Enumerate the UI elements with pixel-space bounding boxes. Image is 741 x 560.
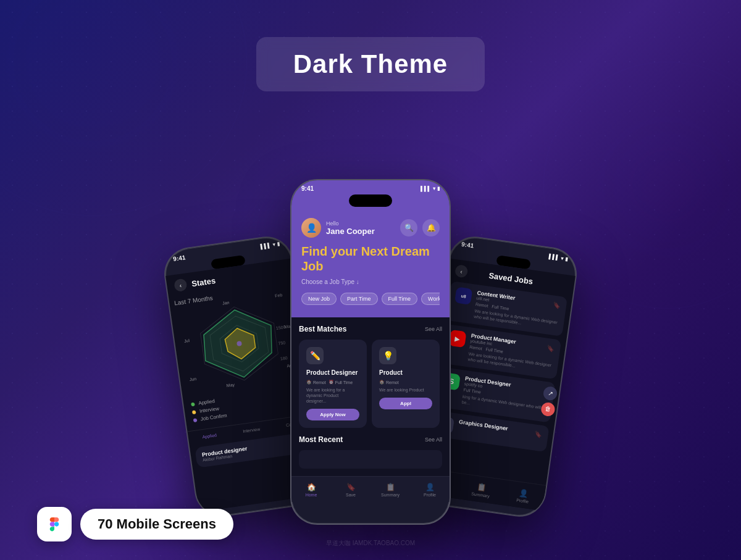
bookmark-4[interactable]: 🔖: [534, 430, 542, 438]
signal-icon-c: ▌▌▌: [421, 186, 431, 191]
job-card-2[interactable]: 💡 Product 🏠 Remot We are looking Product…: [372, 340, 440, 428]
saved-job-1-info: Content Writer ui8.net Remot Full Time W…: [474, 290, 561, 331]
job-type-1: 🏠 Remot: [306, 380, 326, 385]
center-top-section: 👤 Hello Jane Cooper 🔍 🔔 Find your Next D…: [291, 208, 450, 317]
job-card-1[interactable]: ✏️ Product Designer 🏠 Remot ⏰ Full Time …: [299, 340, 367, 428]
remot-icon-2: 🏠: [379, 380, 385, 385]
right-nav-profile[interactable]: 👤 Profile: [501, 483, 545, 508]
tab-interview-label: Interview: [243, 427, 261, 433]
user-avatar: 👤: [301, 218, 321, 238]
wifi-icon: ▾: [272, 242, 275, 248]
most-recent-section: Most Recent See All: [299, 435, 442, 469]
saved-job-4-top: GD Graphics Designer: [437, 416, 543, 446]
tab-applied-label: Applied: [202, 433, 217, 439]
right-nav-profile-label: Profile: [516, 498, 529, 504]
chip-part-time[interactable]: Part Time: [340, 293, 378, 305]
see-all-recent[interactable]: See All: [425, 437, 442, 443]
user-row: 👤 Hello Jane Cooper 🔍 🔔: [301, 218, 440, 238]
nav-save[interactable]: 🔖 Save: [331, 480, 371, 499]
chip-new-job[interactable]: New Job: [301, 293, 337, 305]
search-button[interactable]: 🔍: [400, 219, 417, 236]
phones-container: 9:41 ▌▌▌ ▾ ▮ ‹ States Last 7 Months Jan …: [93, 105, 648, 525]
header-icons: 🔍 🔔: [400, 219, 440, 236]
right-nav-summary[interactable]: 📋 Summary: [459, 478, 503, 503]
chip-full-time[interactable]: Full Time: [382, 293, 418, 305]
job-type-2: 🏠 Remot: [379, 380, 399, 385]
signal-icon-r: ▌▌▌: [548, 254, 559, 261]
battery-icon: ▮: [277, 241, 280, 247]
saved-job-3-info: Product Designer spotify co Full Time ki…: [461, 375, 548, 417]
user-info: 👤 Hello Jane Cooper: [301, 218, 375, 238]
bottom-badge: 70 Mobile Screens: [37, 507, 233, 541]
job-card-1-desc: We are looking for a dynamic Product des…: [306, 387, 359, 404]
left-header-title: States: [191, 275, 216, 288]
saved-job-2-top: ▶ Product Manager youtube inc Remot Full…: [446, 330, 555, 374]
save-icon: 🔖: [346, 483, 356, 491]
legend-label-applied: Applied: [198, 398, 216, 406]
job-card-1-title: Product Designer: [306, 369, 359, 376]
saved-job-2-info: Product Manager youtube inc Remot Full T…: [467, 333, 555, 374]
most-recent-title: Most Recent: [299, 435, 343, 444]
job2-type: Remot: [469, 345, 482, 351]
chip-work[interactable]: Work: [421, 293, 440, 305]
back-button[interactable]: ‹: [174, 278, 188, 293]
job-card-1-meta: 🏠 Remot ⏰ Full Time: [306, 380, 359, 385]
right-summary-icon: 📋: [476, 482, 487, 492]
company-letter-2: ▶: [454, 335, 460, 343]
tab-applied[interactable]: Applied: [188, 428, 231, 443]
center-body: Best Matches See All ✏️ Product Designer…: [291, 317, 450, 476]
nav-profile-label: Profile: [424, 493, 436, 497]
nav-summary-label: Summary: [381, 493, 400, 497]
title-container: Dark Theme: [256, 37, 485, 91]
badge-label: 70 Mobile Screens: [80, 509, 233, 540]
left-status-icons: ▌▌▌ ▾ ▮: [260, 241, 280, 249]
nav-profile[interactable]: 👤 Profile: [410, 480, 450, 499]
clock-icon-1: ⏰: [329, 380, 334, 385]
user-name: Jane Cooper: [326, 227, 375, 236]
job-cards: ✏️ Product Designer 🏠 Remot ⏰ Full Time …: [299, 340, 442, 428]
wifi-icon-r: ▾: [561, 256, 564, 261]
home-icon: 🏠: [307, 483, 316, 491]
job-card-1-icon: ✏️: [306, 347, 324, 364]
apply-btn-1[interactable]: Apply Now: [306, 409, 359, 420]
company-letter-1: u8: [461, 293, 466, 298]
saved-job-3-top: S Product Designer spotify co Full Time …: [440, 372, 548, 416]
phone-center: 9:41 ▌▌▌ ▾ ▮ 👤 Hello Jane Cooper: [290, 179, 451, 525]
recent-row-1: [299, 450, 442, 469]
best-matches-title: Best Matches: [299, 325, 346, 333]
legend-label-confirm: Job Confirm: [200, 412, 227, 422]
battery-icon-c: ▮: [437, 186, 440, 191]
filter-chips: New Job Part Time Full Time Work: [301, 293, 440, 305]
right-header-spacer: [555, 284, 567, 286]
watermark: 早道大咖 IAMDK.TAOBAO.COM: [326, 539, 415, 548]
right-status-icons: ▌▌▌ ▾ ▮: [548, 254, 568, 262]
notification-button[interactable]: 🔔: [422, 219, 440, 236]
tab-interview[interactable]: Interview: [230, 422, 273, 437]
bookmark-2[interactable]: 🔖: [546, 345, 555, 353]
see-all-best[interactable]: See All: [425, 326, 442, 332]
right-profile-icon: 👤: [518, 488, 529, 498]
center-status-icons: ▌▌▌ ▾ ▮: [421, 186, 440, 191]
nav-save-label: Save: [346, 493, 356, 497]
job-card-2-desc: We are looking Product: [379, 387, 432, 393]
apply-btn-2[interactable]: Appl: [379, 398, 432, 409]
nav-home[interactable]: 🏠 Home: [291, 480, 331, 499]
job-card-2-title: Product: [379, 369, 432, 376]
nav-summary[interactable]: 📋 Summary: [371, 480, 410, 499]
wifi-icon-c: ▾: [433, 186, 435, 191]
right-nav-summary-label: Summary: [471, 491, 490, 498]
choose-job-type: Choose a Job Type ↓: [301, 278, 440, 285]
center-time: 9:41: [301, 185, 314, 192]
profile-icon: 👤: [425, 483, 435, 491]
right-back-button[interactable]: ‹: [454, 264, 469, 278]
legend-dot-confirm: [193, 418, 198, 422]
axis-jul: Jul: [184, 338, 190, 343]
bookmark-1[interactable]: 🔖: [552, 301, 560, 309]
battery-icon-r: ▮: [565, 256, 568, 262]
legend-dot-interview: [192, 410, 196, 414]
user-text: Hello Jane Cooper: [326, 220, 375, 236]
chart-area: Last 7 Months Jan Feb Mar Apr May Jun Ju…: [169, 280, 309, 398]
job2-time: Full Time: [485, 347, 503, 354]
job1-type: Remot: [475, 302, 488, 308]
job-card-2-meta: 🏠 Remot: [379, 380, 432, 385]
